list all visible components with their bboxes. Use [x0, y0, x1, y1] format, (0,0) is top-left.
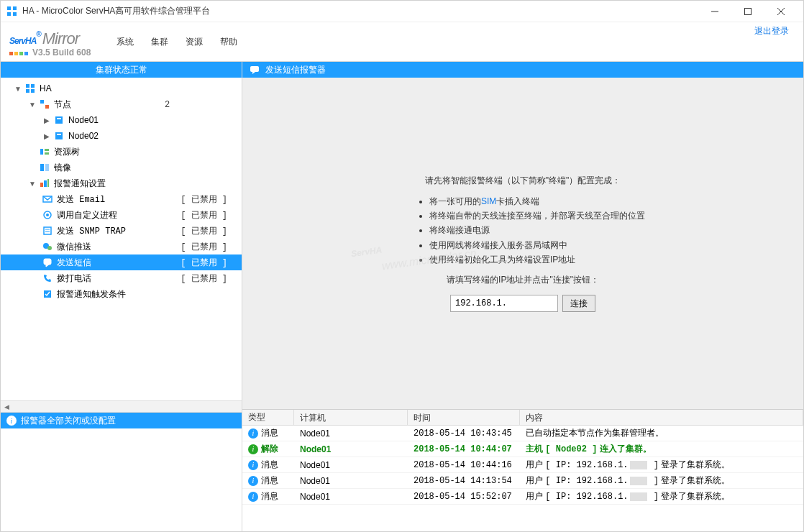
sms-header-icon	[250, 65, 260, 75]
left-status-text: 报警器全部关闭或没配置	[21, 415, 116, 427]
logo-version: V3.5 Build 608	[32, 47, 91, 58]
svg-rect-37	[250, 66, 259, 72]
svg-rect-8	[26, 84, 29, 88]
log-col-time[interactable]: 时间	[408, 410, 520, 425]
log-row[interactable]: i消息Node012018-05-14 10:43:45已自动指定本节点作为集群…	[242, 426, 803, 441]
node-icon	[52, 115, 65, 125]
log-col-computer[interactable]: 计算机	[294, 410, 408, 425]
log-row[interactable]: i消息Node012018-05-14 14:13:54用户 [ IP: 192…	[242, 473, 803, 489]
svg-rect-3	[13, 12, 17, 16]
logo-suffix: Mirror	[42, 29, 79, 47]
svg-rect-0	[7, 6, 11, 10]
svg-rect-2	[13, 6, 17, 10]
header: ServHA®Mirror V3.5 Build 608 系统 集群 资源 帮助…	[1, 22, 803, 61]
svg-rect-29	[44, 227, 51, 234]
svg-rect-15	[57, 118, 61, 119]
info-icon: i	[248, 492, 258, 502]
menu-help[interactable]: 帮助	[213, 33, 245, 51]
tree-node01[interactable]: ▶ Node01	[1, 112, 242, 128]
info-icon: i	[248, 444, 258, 454]
connect-button[interactable]: 连接	[562, 295, 595, 312]
logo-name: ServHA	[9, 36, 36, 46]
log-col-content[interactable]: 内容	[520, 410, 803, 425]
window-titlebar: HA - MicroColor ServHA高可用软件综合管理平台	[1, 1, 803, 22]
cluster-icon	[24, 83, 37, 93]
logo: ServHA®Mirror V3.5 Build 608	[9, 27, 91, 58]
content-body: ServHA www.microcolor.cn 请先将智能报警终端（以下简称"…	[242, 78, 803, 409]
log-header: 类型 计算机 时间 内容	[242, 410, 803, 426]
nodes-icon	[38, 99, 51, 109]
app-icon	[6, 6, 18, 17]
svg-rect-22	[45, 164, 49, 171]
tree-send-sms[interactable]: 发送短信 [ 已禁用 ]	[1, 254, 242, 270]
maximize-button[interactable]	[731, 1, 764, 22]
alarm-settings-icon	[38, 178, 51, 188]
logout-link[interactable]: 退出登录	[754, 25, 789, 37]
right-header: 发送短信报警器	[242, 62, 803, 78]
wechat-icon	[41, 242, 54, 252]
ip-input[interactable]	[450, 295, 558, 312]
svg-rect-34	[44, 259, 51, 265]
svg-rect-25	[47, 179, 49, 187]
instruction-item: 使用网线将终端接入服务器局域网中	[429, 238, 645, 252]
log-row[interactable]: i消息Node012018-05-14 15:52:07用户 [ IP: 192…	[242, 489, 803, 505]
tree-nodes[interactable]: ▼ 节点 2	[1, 96, 242, 112]
svg-rect-23	[40, 183, 43, 187]
instruction-item: 使用终端初始化工具为终端设置IP地址	[429, 252, 645, 267]
log-row[interactable]: i消息Node012018-05-14 10:44:16用户 [ IP: 192…	[242, 457, 803, 473]
svg-rect-14	[55, 116, 63, 124]
menu-cluster[interactable]: 集群	[144, 33, 175, 51]
log-body[interactable]: i消息Node012018-05-14 10:43:45已自动指定本节点作为集群…	[242, 426, 803, 531]
log-col-type[interactable]: 类型	[242, 410, 294, 425]
phone-icon	[41, 273, 54, 283]
info-icon: i	[6, 416, 17, 426]
info-icon: i	[248, 476, 258, 486]
instruction-prompt: 请填写终端的IP地址并点击"连接"按钮：	[401, 274, 645, 286]
trigger-icon	[41, 289, 54, 299]
svg-rect-20	[45, 152, 49, 155]
log-pane: 类型 计算机 时间 内容 i消息Node012018-05-14 10:43:4…	[242, 409, 803, 531]
instruction-panel: 请先将智能报警终端（以下简称"终端"）配置完成： 将一张可用的SIM卡插入终端 …	[401, 175, 645, 313]
svg-rect-12	[40, 100, 44, 104]
tree-ha-root[interactable]: ▼ HA	[1, 81, 242, 96]
instruction-intro: 请先将智能报警终端（以下简称"终端"）配置完成：	[401, 175, 645, 187]
tree[interactable]: ▼ HA ▼ 节点 2 ▶ Node01 ▶ Node02	[1, 78, 242, 400]
right-pane: 发送短信报警器 ServHA www.microcolor.cn 请先将智能报警…	[242, 62, 803, 531]
tree-wechat[interactable]: 微信推送 [ 已禁用 ]	[1, 239, 242, 254]
tree-dial[interactable]: 拨打电话 [ 已禁用 ]	[1, 270, 242, 286]
log-row[interactable]: i解除Node012018-05-14 10:44:07主机 [ Node02 …	[242, 441, 803, 457]
nodes-count: 2	[165, 99, 170, 109]
tree-node02[interactable]: ▶ Node02	[1, 128, 242, 144]
node-icon	[52, 131, 65, 141]
left-pane: 集群状态正常 ▼ HA ▼ 节点 2 ▶ Node01 ▶ Node02	[1, 62, 242, 531]
svg-rect-1	[7, 12, 11, 16]
tree-send-email[interactable]: 发送 Email [ 已禁用 ]	[1, 191, 242, 207]
svg-marker-35	[46, 265, 49, 267]
tree-scrollbar[interactable]: ◀	[1, 400, 242, 412]
svg-rect-9	[31, 84, 35, 88]
snmp-icon	[41, 226, 54, 236]
tree-send-snmp[interactable]: 发送 SNMP TRAP [ 已禁用 ]	[1, 223, 242, 239]
tree-resource-tree[interactable]: 资源树	[1, 144, 242, 160]
instruction-item: 将终端自带的天线连接至终端，并部署天线至合理的位置	[429, 208, 645, 223]
email-icon	[41, 194, 54, 204]
svg-rect-18	[40, 149, 43, 155]
menu-resource[interactable]: 资源	[178, 33, 210, 51]
tree-trigger-conditions[interactable]: 报警通知触发条件	[1, 286, 242, 302]
tree-alarm-settings[interactable]: ▼ 报警通知设置	[1, 175, 242, 191]
svg-rect-21	[40, 164, 44, 171]
resource-tree-icon	[38, 147, 51, 157]
info-icon: i	[248, 460, 258, 470]
tree-call-proc[interactable]: 调用自定义进程 [ 已禁用 ]	[1, 207, 242, 223]
tree-mirror[interactable]: 镜像	[1, 160, 242, 175]
svg-marker-38	[252, 72, 255, 74]
left-status-pane: i 报警器全部关闭或没配置	[1, 412, 242, 531]
menubar: 系统 集群 资源 帮助	[109, 33, 245, 51]
svg-rect-19	[45, 149, 49, 151]
minimize-button[interactable]	[698, 1, 731, 22]
menu-system[interactable]: 系统	[109, 33, 141, 51]
svg-rect-24	[44, 180, 47, 187]
mirror-icon	[38, 162, 51, 173]
close-button[interactable]	[764, 1, 798, 22]
svg-rect-10	[26, 89, 29, 93]
